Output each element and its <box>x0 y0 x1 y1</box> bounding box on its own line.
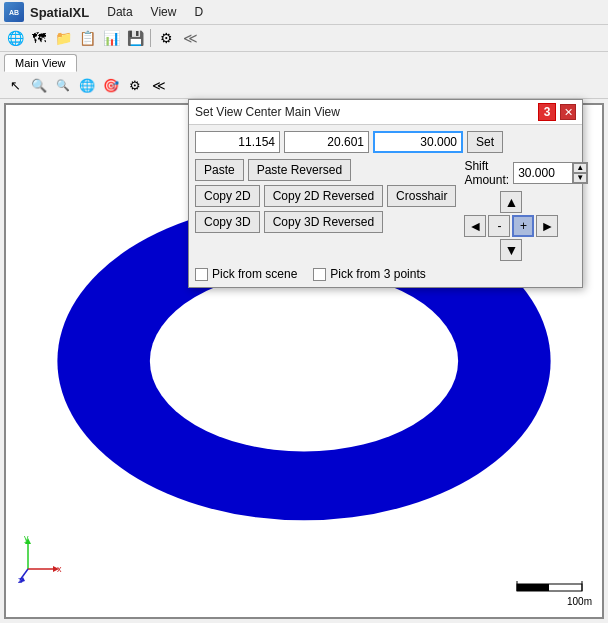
spin-down[interactable]: ▼ <box>573 173 587 183</box>
svg-text:x: x <box>57 564 62 574</box>
main-area: y x z 100m Set View <box>0 99 608 623</box>
axes: y x z <box>18 534 68 587</box>
shift-input[interactable] <box>513 162 573 184</box>
tool-arrows[interactable]: ≪ <box>148 74 170 96</box>
menu-data[interactable]: Data <box>99 3 140 21</box>
plus-button[interactable]: + <box>512 215 534 237</box>
copy3d-row: Copy 3D Copy 3D Reversed <box>195 211 456 233</box>
check-row: Pick from scene Pick from 3 points <box>195 267 576 281</box>
shift-row: Shift Amount: ▲ ▼ <box>464 159 588 187</box>
pick-scene-box[interactable] <box>195 268 208 281</box>
toolbar-btn-1[interactable]: 🌐 <box>4 27 26 49</box>
y-input[interactable] <box>284 131 369 153</box>
pick-scene-label: Pick from scene <box>212 267 297 281</box>
app-title: SpatialXL <box>30 5 89 20</box>
dialog-badge: 3 <box>538 103 556 121</box>
copy-2d-reversed-button[interactable]: Copy 2D Reversed <box>264 185 383 207</box>
app-window: AB SpatialXL Data View D 🌐 🗺 📁 📋 📊 💾 ⚙ ≪… <box>0 0 608 623</box>
dialog-title: Set View Center Main View <box>195 105 340 119</box>
dialog-close-button[interactable]: ✕ <box>560 104 576 120</box>
toolbar: 🌐 🗺 📁 📋 📊 💾 ⚙ ≪ <box>0 25 608 52</box>
scale-bar: 100m <box>512 576 592 607</box>
menu-d[interactable]: D <box>186 3 211 21</box>
tool-target[interactable]: 🎯 <box>100 74 122 96</box>
tool-select[interactable]: ↖ <box>4 74 26 96</box>
copy-3d-reversed-button[interactable]: Copy 3D Reversed <box>264 211 383 233</box>
dialog-titlebar: Set View Center Main View 3 ✕ <box>189 100 582 125</box>
shift-label: Shift Amount: <box>464 159 509 187</box>
toolbar-separator <box>150 29 151 47</box>
copy-3d-button[interactable]: Copy 3D <box>195 211 260 233</box>
scale-label: 100m <box>567 596 592 607</box>
toolbar-btn-7[interactable]: ⚙ <box>155 27 177 49</box>
arrow-left-button[interactable]: ◄ <box>464 215 486 237</box>
pick-3points-checkbox[interactable]: Pick from 3 points <box>313 267 425 281</box>
toolbar-btn-4[interactable]: 📋 <box>76 27 98 49</box>
pick-3points-box[interactable] <box>313 268 326 281</box>
x-input[interactable] <box>195 131 280 153</box>
tab-bar: Main View <box>0 52 608 72</box>
set-button[interactable]: Set <box>467 131 503 153</box>
tool-zoom-in[interactable]: 🔍 <box>28 74 50 96</box>
middle-arrows: ◄ - + ► <box>464 215 558 237</box>
tool-settings[interactable]: ⚙ <box>124 74 146 96</box>
svg-text:y: y <box>24 534 29 543</box>
minus-button[interactable]: - <box>488 215 510 237</box>
toolbar-btn-6[interactable]: 💾 <box>124 27 146 49</box>
svg-text:z: z <box>18 575 23 584</box>
z-input[interactable] <box>373 131 463 153</box>
app-logo: AB <box>4 2 24 22</box>
spin-buttons: ▲ ▼ <box>573 162 588 184</box>
tool-globe[interactable]: 🌐 <box>76 74 98 96</box>
paste-button[interactable]: Paste <box>195 159 244 181</box>
toolbar-btn-3[interactable]: 📁 <box>52 27 74 49</box>
coord-row: Set <box>195 131 576 153</box>
pick-scene-checkbox[interactable]: Pick from scene <box>195 267 297 281</box>
svg-point-1 <box>150 271 458 452</box>
menu-view[interactable]: View <box>143 3 185 21</box>
toolbar-btn-5[interactable]: 📊 <box>100 27 122 49</box>
arrow-area: ▲ ◄ - + ► ▼ <box>464 191 588 261</box>
dialog-body: Set Paste Paste Reversed Copy 2D <box>189 125 582 287</box>
copy-2d-button[interactable]: Copy 2D <box>195 185 260 207</box>
paste-reversed-button[interactable]: Paste Reversed <box>248 159 351 181</box>
arrow-up-button[interactable]: ▲ <box>500 191 522 213</box>
tool-row: ↖ 🔍 🔍 🌐 🎯 ⚙ ≪ <box>0 72 608 99</box>
main-controls: Paste Paste Reversed Copy 2D Copy 2D Rev… <box>195 159 576 261</box>
tab-main-view[interactable]: Main View <box>4 54 77 72</box>
right-controls: Shift Amount: ▲ ▼ <box>464 159 588 261</box>
axes-svg: y x z <box>18 534 68 584</box>
app-menu: Data View D <box>99 3 211 21</box>
crosshair-button[interactable]: Crosshair <box>387 185 456 207</box>
arrow-right-button[interactable]: ► <box>536 215 558 237</box>
vertical-arrows: ▲ ◄ - + ► ▼ <box>464 191 558 261</box>
toolbar-btn-8[interactable]: ≪ <box>179 27 201 49</box>
toolbar-btn-2[interactable]: 🗺 <box>28 27 50 49</box>
left-buttons: Paste Paste Reversed Copy 2D Copy 2D Rev… <box>195 159 456 233</box>
copy2d-row: Copy 2D Copy 2D Reversed Crosshair <box>195 185 456 207</box>
pick-3points-label: Pick from 3 points <box>330 267 425 281</box>
scale-svg <box>512 576 592 596</box>
spin-up[interactable]: ▲ <box>573 163 587 173</box>
arrow-down-button[interactable]: ▼ <box>500 239 522 261</box>
tool-zoom-out[interactable]: 🔍 <box>52 74 74 96</box>
shift-input-group: ▲ ▼ <box>513 162 588 184</box>
app-header: AB SpatialXL Data View D <box>0 0 608 25</box>
dialog: Set View Center Main View 3 ✕ Set <box>188 99 583 288</box>
svg-rect-12 <box>517 584 549 591</box>
paste-row: Paste Paste Reversed <box>195 159 456 181</box>
